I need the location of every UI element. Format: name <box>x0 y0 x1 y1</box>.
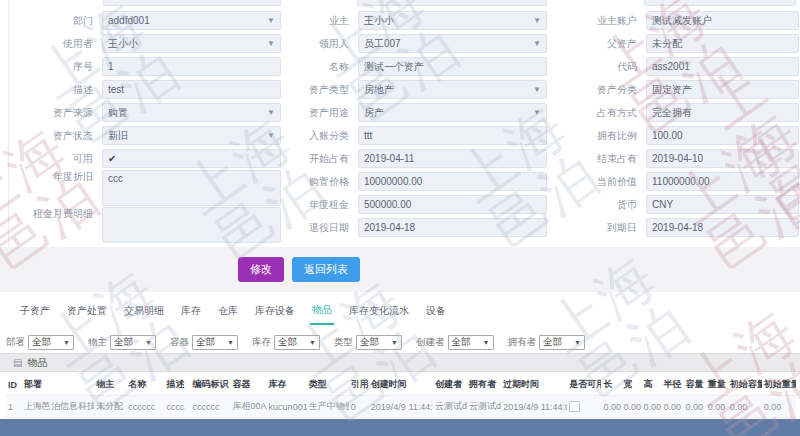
field-input[interactable]: 完全拥有 <box>646 103 799 122</box>
check-icon: ✔ <box>108 153 116 164</box>
table-row[interactable]: 1上海邑泊信息科技未分配cccccccccccccccc库相00Akucun00… <box>6 396 796 418</box>
form-field: 结束占有2019-04-10 <box>589 147 799 170</box>
column-header: 过期时间 <box>501 374 567 396</box>
column-header: 创建者 <box>433 374 467 396</box>
filter-select[interactable]: 全部▼ <box>539 335 585 350</box>
field-select[interactable]: addfd001▼ <box>102 11 281 30</box>
field-select[interactable]: 员工007▼ <box>358 34 547 53</box>
table-header-row: ID部署物主名称描述编码标识容器库存类型引用创建时间创建者拥有者过期时间是否可用… <box>6 374 796 396</box>
tab-item[interactable]: 设备 <box>424 299 448 324</box>
field-select[interactable]: 购置▼ <box>102 103 281 122</box>
column-header: 半径 <box>662 374 684 396</box>
cut-input[interactable] <box>644 0 796 6</box>
table-cell: 0.00 <box>684 396 706 418</box>
field-value: ccc <box>108 173 123 184</box>
field-input[interactable]: CNY <box>646 195 799 214</box>
field-label: 名称 <box>297 60 358 74</box>
field-value: 固定资产 <box>652 83 692 97</box>
field-select[interactable]: 房地产▼ <box>358 80 547 99</box>
field-textarea[interactable]: ccc <box>102 170 281 206</box>
form-field: 序号1 <box>13 55 281 78</box>
field-label: 年度折旧 <box>13 170 102 184</box>
field-value: CNY <box>652 199 673 210</box>
tab-item[interactable]: 库存变化流水 <box>347 299 411 324</box>
field-input[interactable]: 未分配 <box>646 34 799 53</box>
column-header: 引用 <box>349 374 369 396</box>
detail-tabs: 子资产资产处置交易明细库存仓库库存设备物品库存变化流水设备 <box>0 292 800 330</box>
form-field: 到期日2019-04-18 <box>589 216 799 239</box>
field-select[interactable]: 房产▼ <box>358 103 547 122</box>
field-input[interactable]: 2019-04-10 <box>646 149 799 168</box>
field-input[interactable]: 2019-04-18 <box>358 218 547 237</box>
form-field: 当前价值11000000.00 <box>589 170 799 193</box>
field-select[interactable]: 王小小▼ <box>358 11 547 30</box>
table-cell: 0.00 <box>762 396 796 418</box>
column-header: 拥有者 <box>467 374 501 396</box>
tab-item[interactable]: 库存 <box>179 299 203 324</box>
form-field: 退役日期2019-04-18 <box>297 216 547 239</box>
filter-select[interactable]: 全部▼ <box>356 335 402 350</box>
field-input[interactable]: 100.00 <box>646 126 799 145</box>
filter-select[interactable]: 全部▼ <box>110 335 156 350</box>
tab-item[interactable]: 交易明细 <box>122 299 166 324</box>
field-label: 资产状态 <box>13 129 102 143</box>
field-checkbox[interactable]: ✔ <box>102 149 281 168</box>
field-label: 代码 <box>589 60 646 74</box>
field-label: 部门 <box>13 14 102 28</box>
tab-item[interactable]: 库存设备 <box>253 299 297 324</box>
column-header: 名称 <box>126 374 164 396</box>
field-label: 到期日 <box>589 221 646 235</box>
items-section-bar: ▤ 物品 <box>0 353 800 372</box>
field-input[interactable]: 2019-04-11 <box>358 149 547 168</box>
field-input[interactable]: 测试减发账户 <box>646 11 799 30</box>
form-field: 父资产未分配 <box>589 32 799 55</box>
form-field: 描述test <box>13 78 281 101</box>
field-input[interactable]: 500000.00 <box>358 195 547 214</box>
edit-button[interactable]: 修改 <box>238 257 284 282</box>
field-select[interactable]: 新旧▼ <box>102 126 281 145</box>
filter-value: 全部 <box>196 336 215 349</box>
column-header: 部署 <box>22 374 94 396</box>
field-label: 业主账户 <box>589 14 646 28</box>
field-label: 父资产 <box>589 37 646 51</box>
column-header: 物主 <box>94 374 126 396</box>
cut-input[interactable] <box>103 0 281 6</box>
back-to-list-button[interactable]: 返回列表 <box>292 257 360 282</box>
form-field: 购置价格10000000.00 <box>297 170 547 193</box>
table-cell <box>567 396 601 418</box>
tab-item[interactable]: 仓库 <box>216 299 240 324</box>
field-input[interactable]: test <box>102 80 281 99</box>
field-label: 退役日期 <box>297 221 358 235</box>
filter-select[interactable]: 全部▼ <box>274 335 320 350</box>
row-checkbox[interactable] <box>569 401 580 412</box>
tab-item[interactable]: 物品 <box>310 298 334 325</box>
field-input[interactable]: 2019-04-18 <box>646 218 799 237</box>
table-cell: 云测试dj <box>467 396 501 418</box>
asset-detail-form: 部门addfd001▼使用者王小小▼序号1描述test资产来源购置▼资产状态新旧… <box>8 0 799 247</box>
filter-field: 容器全部▼ <box>170 335 238 350</box>
form-field: 部门addfd001▼ <box>13 9 281 32</box>
field-input[interactable]: 测试一个资产 <box>358 57 547 76</box>
field-input[interactable]: ass2001 <box>646 57 799 76</box>
form-field: 租金月费明细 <box>13 207 281 244</box>
filter-select[interactable]: 全部▼ <box>28 335 74 350</box>
form-column-right: 业主账户测试减发账户父资产未分配代码ass2001资产分类固定资产占有方式完全拥… <box>589 9 799 239</box>
table-cell: cccccc <box>190 396 230 418</box>
field-select[interactable]: 王小小▼ <box>102 34 281 53</box>
tab-item[interactable]: 子资产 <box>18 299 52 324</box>
field-textarea[interactable] <box>102 207 281 243</box>
field-input[interactable]: 10000000.00 <box>358 172 547 191</box>
field-label: 货币 <box>589 198 646 212</box>
filter-select[interactable]: 全部▼ <box>448 335 494 350</box>
field-input[interactable]: 11000000.00 <box>646 172 799 191</box>
filter-select[interactable]: 全部▼ <box>192 335 238 350</box>
field-input[interactable]: ttt <box>358 126 547 145</box>
field-input[interactable]: 固定资产 <box>646 80 799 99</box>
column-header: 高 <box>641 374 661 396</box>
actions-band: 修改 返回列表 <box>0 247 800 292</box>
form-column-left: 部门addfd001▼使用者王小小▼序号1描述test资产来源购置▼资产状态新旧… <box>13 9 281 244</box>
cut-input[interactable] <box>357 0 547 6</box>
tab-item[interactable]: 资产处置 <box>65 299 109 324</box>
field-input[interactable]: 1 <box>102 57 281 76</box>
field-value: 2019-04-18 <box>652 222 703 233</box>
